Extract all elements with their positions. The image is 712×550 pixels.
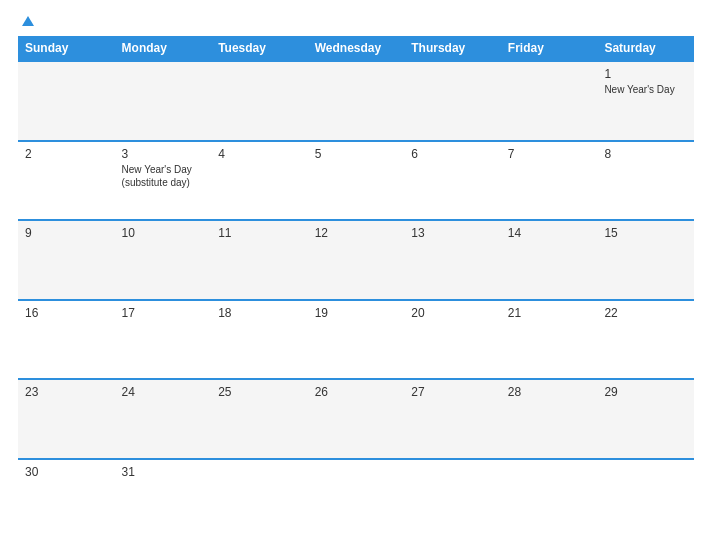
- calendar-cell: 22: [597, 300, 694, 380]
- calendar-cell: 7: [501, 141, 598, 221]
- calendar-cell: 28: [501, 379, 598, 459]
- day-number: 16: [25, 306, 108, 320]
- day-number: 19: [315, 306, 398, 320]
- calendar-table: SundayMondayTuesdayWednesdayThursdayFrid…: [18, 36, 694, 538]
- day-number: 20: [411, 306, 494, 320]
- calendar-cell: 24: [115, 379, 212, 459]
- calendar-cell: 10: [115, 220, 212, 300]
- calendar-cell: 13: [404, 220, 501, 300]
- calendar-cell: [308, 61, 405, 141]
- calendar-cell: [18, 61, 115, 141]
- calendar-cell: 8: [597, 141, 694, 221]
- calendar-cell: 14: [501, 220, 598, 300]
- day-number: 14: [508, 226, 591, 240]
- calendar-cell: 25: [211, 379, 308, 459]
- day-number: 25: [218, 385, 301, 399]
- calendar-cell: 31: [115, 459, 212, 539]
- calendar-week-row: 23242526272829: [18, 379, 694, 459]
- day-number: 31: [122, 465, 205, 479]
- day-number: 27: [411, 385, 494, 399]
- calendar-cell: [404, 61, 501, 141]
- calendar-cell: 21: [501, 300, 598, 380]
- day-number: 8: [604, 147, 687, 161]
- calendar-cell: 2: [18, 141, 115, 221]
- calendar-cell: 5: [308, 141, 405, 221]
- day-number: 11: [218, 226, 301, 240]
- day-number: 26: [315, 385, 398, 399]
- day-number: 1: [604, 67, 687, 81]
- day-number: 22: [604, 306, 687, 320]
- calendar-cell: 30: [18, 459, 115, 539]
- calendar-cell: 1New Year's Day: [597, 61, 694, 141]
- calendar-cell: 4: [211, 141, 308, 221]
- day-number: 9: [25, 226, 108, 240]
- calendar-cell: 16: [18, 300, 115, 380]
- calendar-cell: 15: [597, 220, 694, 300]
- calendar-cell: [597, 459, 694, 539]
- day-number: 17: [122, 306, 205, 320]
- calendar-cell: [308, 459, 405, 539]
- logo: [18, 18, 34, 28]
- calendar-week-row: 23New Year's Day (substitute day)45678: [18, 141, 694, 221]
- logo-triangle-icon: [22, 16, 34, 26]
- calendar-week-row: 16171819202122: [18, 300, 694, 380]
- day-header-wednesday: Wednesday: [308, 36, 405, 61]
- day-header-tuesday: Tuesday: [211, 36, 308, 61]
- calendar-header-row: SundayMondayTuesdayWednesdayThursdayFrid…: [18, 36, 694, 61]
- day-number: 21: [508, 306, 591, 320]
- calendar-cell: 3New Year's Day (substitute day): [115, 141, 212, 221]
- calendar-cell: 26: [308, 379, 405, 459]
- day-number: 12: [315, 226, 398, 240]
- day-number: 24: [122, 385, 205, 399]
- holiday-label: New Year's Day: [604, 83, 687, 96]
- day-header-thursday: Thursday: [404, 36, 501, 61]
- calendar-cell: 29: [597, 379, 694, 459]
- day-header-saturday: Saturday: [597, 36, 694, 61]
- calendar-cell: 9: [18, 220, 115, 300]
- day-number: 18: [218, 306, 301, 320]
- calendar-cell: [211, 459, 308, 539]
- calendar-cell: [115, 61, 212, 141]
- calendar-week-row: 3031: [18, 459, 694, 539]
- day-header-friday: Friday: [501, 36, 598, 61]
- calendar-header: [18, 18, 694, 28]
- calendar-cell: 12: [308, 220, 405, 300]
- calendar-cell: 19: [308, 300, 405, 380]
- calendar-cell: 17: [115, 300, 212, 380]
- calendar-cell: [211, 61, 308, 141]
- day-number: 15: [604, 226, 687, 240]
- calendar-cell: 23: [18, 379, 115, 459]
- calendar-cell: 11: [211, 220, 308, 300]
- calendar-cell: [404, 459, 501, 539]
- day-header-monday: Monday: [115, 36, 212, 61]
- holiday-label: New Year's Day (substitute day): [122, 163, 205, 189]
- calendar-cell: 20: [404, 300, 501, 380]
- day-number: 4: [218, 147, 301, 161]
- day-number: 2: [25, 147, 108, 161]
- day-number: 13: [411, 226, 494, 240]
- day-header-sunday: Sunday: [18, 36, 115, 61]
- day-number: 23: [25, 385, 108, 399]
- day-number: 5: [315, 147, 398, 161]
- calendar-cell: [501, 459, 598, 539]
- day-number: 6: [411, 147, 494, 161]
- country-name: [614, 18, 694, 28]
- day-number: 29: [604, 385, 687, 399]
- day-number: 3: [122, 147, 205, 161]
- day-number: 10: [122, 226, 205, 240]
- calendar-cell: 27: [404, 379, 501, 459]
- calendar-week-row: 9101112131415: [18, 220, 694, 300]
- calendar-page: SundayMondayTuesdayWednesdayThursdayFrid…: [0, 0, 712, 550]
- calendar-cell: [501, 61, 598, 141]
- calendar-cell: 18: [211, 300, 308, 380]
- day-number: 30: [25, 465, 108, 479]
- day-number: 28: [508, 385, 591, 399]
- calendar-week-row: 1New Year's Day: [18, 61, 694, 141]
- calendar-cell: 6: [404, 141, 501, 221]
- day-number: 7: [508, 147, 591, 161]
